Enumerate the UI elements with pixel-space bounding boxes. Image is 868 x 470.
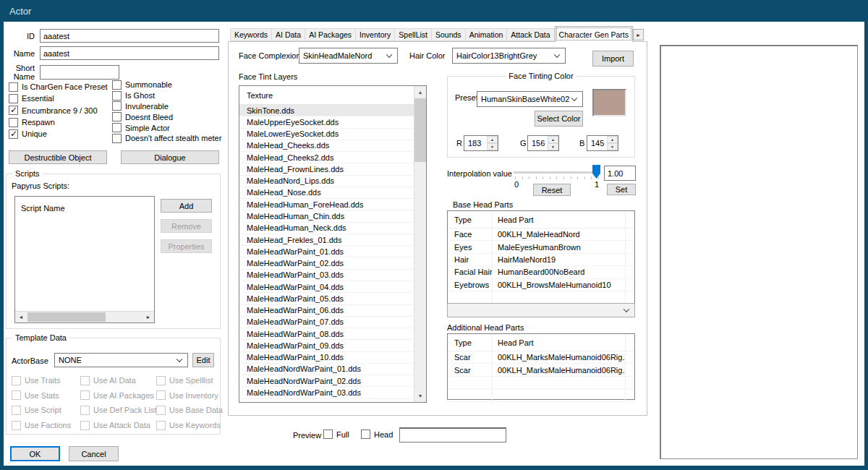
flag-checkbox[interactable]: Is CharGen Face Preset	[9, 81, 108, 93]
flag-checkbox[interactable]: Unique	[9, 128, 108, 140]
r-stepper[interactable]: ▲▼	[464, 135, 498, 151]
table-row[interactable]: Eyebrows 00KLH_BrowsMaleHumanoid10	[448, 279, 634, 291]
texture-row[interactable]: MaleHeadWarPaint_10.dds	[239, 352, 414, 364]
texture-row[interactable]: MaleHeadWarPaint_03.dds	[239, 270, 414, 281]
r-value-input[interactable]	[464, 136, 487, 150]
texture-row[interactable]: MaleHeadNordWarPaint_01.dds	[239, 364, 414, 375]
texture-row[interactable]: MaleHeadNordWarPaint_02.dds	[239, 375, 414, 387]
texture-row[interactable]: MaleHeadNord_Lips.dds	[239, 176, 414, 187]
tab[interactable]: Attack Data	[507, 28, 554, 41]
texture-row[interactable]: SkinTone.dds	[239, 105, 414, 116]
type-column-header[interactable]: Type	[448, 334, 493, 351]
spin-up-icon[interactable]: ▲	[607, 136, 618, 143]
spin-down-icon[interactable]: ▼	[607, 143, 618, 150]
face-complexion-select[interactable]: SkinHeadMaleNord	[299, 48, 398, 64]
head-part-select[interactable]	[447, 303, 635, 317]
flag-checkbox[interactable]: Respawn	[9, 116, 108, 128]
head-part-column-header[interactable]: Head Part	[493, 211, 626, 228]
b-stepper[interactable]: ▲▼	[587, 135, 618, 151]
scroll-left-icon[interactable]: ◄	[15, 312, 27, 322]
texture-row[interactable]: MaleHeadHuman_Neck.dds	[239, 223, 414, 234]
texture-row[interactable]: MaleHead_Frekles_01.dds	[239, 234, 414, 246]
texture-row[interactable]: MaleHeadNordWarPaint_03.dds	[239, 387, 414, 398]
texture-row[interactable]: MaleUpperEyeSocket.dds	[239, 116, 414, 128]
destructible-object-button[interactable]: Destructible Object	[9, 150, 107, 164]
g-stepper[interactable]: ▲▼	[527, 135, 559, 151]
table-row[interactable]: Hair HairMaleNord19	[448, 254, 634, 266]
papyrus-scripts-list[interactable]: Script Name ◄ ►	[14, 196, 155, 323]
texture-row[interactable]: MaleHead_Cheeks2.dds	[239, 152, 414, 163]
id-input[interactable]	[40, 29, 219, 43]
texture-row[interactable]: MaleHeadWarPaint_05.dds	[239, 293, 414, 304]
spin-down-icon[interactable]: ▼	[487, 143, 498, 150]
texture-row[interactable]: MaleHeadWarPaint_06.dds	[239, 305, 414, 317]
import-button[interactable]: Import	[592, 51, 634, 67]
tab[interactable]: Keywords	[230, 28, 272, 41]
table-row[interactable]	[448, 377, 634, 389]
scroll-up-icon[interactable]: ▲	[414, 86, 426, 98]
table-row[interactable]: Eyes MaleEyesHumanBrown	[448, 241, 634, 253]
table-row[interactable]	[448, 389, 634, 401]
interpolation-value-input[interactable]	[604, 166, 636, 181]
texture-row[interactable]: MaleHeadWarPaint_04.dds	[239, 281, 414, 293]
tab[interactable]: AI Data	[272, 28, 305, 41]
spinner-buttons[interactable]: ▲▼	[607, 136, 618, 150]
table-row[interactable]: Scar 00KLH_MarksMaleHumanoid06Rig...	[448, 364, 634, 376]
tab[interactable]: Inventory	[356, 28, 395, 41]
flag-checkbox[interactable]: Encumbrance 9 / 300	[9, 105, 108, 116]
tab[interactable]: AI Packages	[305, 28, 356, 41]
cancel-button[interactable]: Cancel	[69, 446, 119, 461]
texture-row[interactable]: MaleHeadWarPaint_02.dds	[239, 257, 414, 269]
tab[interactable]: Animation	[466, 28, 508, 41]
slider-track[interactable]	[514, 171, 600, 174]
table-row[interactable]: Scar 00KLH_MarksMaleHumanoid06Rig...	[448, 351, 634, 364]
spinner-buttons[interactable]: ▲▼	[487, 136, 498, 150]
reset-button[interactable]: Reset	[533, 184, 571, 196]
ok-button[interactable]: OK	[10, 446, 60, 461]
scroll-down-icon[interactable]: ▼	[414, 390, 426, 402]
head-part-column-header[interactable]: Head Part	[493, 334, 626, 351]
preview-text-input[interactable]	[399, 427, 506, 443]
flag-checkbox[interactable]: Doesn't affect stealth meter	[112, 133, 221, 144]
flag-checkbox[interactable]: Is Ghost	[112, 90, 221, 101]
vertical-scrollbar[interactable]: ▲ ▼	[414, 86, 426, 402]
scrollbar-thumb[interactable]	[27, 312, 106, 322]
flag-checkbox[interactable]: Invulnerable	[112, 101, 221, 112]
texture-row[interactable]: MaleHeadWarPaint_07.dds	[239, 317, 414, 328]
interpolation-slider[interactable]	[514, 165, 600, 182]
texture-row[interactable]: MaleHead_FrownLines.dds	[239, 163, 414, 175]
g-value-input[interactable]	[528, 136, 548, 150]
scrollbar-thumb[interactable]	[414, 98, 426, 162]
table-row[interactable]: Facial Hair HumanBeard00NoBeard	[448, 266, 634, 278]
horizontal-scrollbar[interactable]: ◄ ►	[15, 311, 154, 322]
texture-row[interactable]: MaleHeadWarPaint_09.dds	[239, 340, 414, 351]
flag-checkbox[interactable]: Essential	[9, 93, 108, 104]
title-bar[interactable]: Actor	[0, 0, 868, 22]
preview-head-checkbox[interactable]: Head	[361, 430, 393, 439]
texture-row[interactable]: MaleHead_Nose.dds	[239, 187, 414, 199]
flag-checkbox[interactable]: Simple Actor	[112, 122, 221, 133]
table-row[interactable]: Face 00KLH_MaleHeadNord	[448, 228, 634, 241]
texture-row[interactable]: MaleHead_Cheeks.dds	[239, 140, 414, 152]
tab[interactable]: Character Gen Parts	[555, 26, 633, 42]
scroll-right-icon[interactable]: ►	[142, 312, 154, 322]
tab-scroll-right-icon[interactable]: ►	[633, 29, 644, 40]
b-value-input[interactable]	[587, 136, 607, 150]
texture-row[interactable]: MaleHeadWarPaint_01.dds	[239, 246, 414, 257]
preview-full-checkbox[interactable]: Full	[323, 430, 349, 439]
render-preview-panel[interactable]	[660, 45, 858, 459]
script-name-column-header[interactable]: Script Name	[21, 204, 65, 213]
spinner-buttons[interactable]: ▲▼	[548, 136, 558, 150]
texture-row[interactable]: MaleLowerEyeSocket.dds	[239, 129, 414, 140]
actorbase-select[interactable]: NONE	[54, 353, 188, 367]
table-row[interactable]	[448, 291, 634, 304]
tab[interactable]: Sounds	[432, 28, 466, 41]
spin-down-icon[interactable]: ▼	[548, 143, 558, 150]
spin-up-icon[interactable]: ▲	[548, 136, 558, 143]
dialogue-button[interactable]: Dialogue	[121, 150, 219, 164]
preset-select[interactable]: HumanSkinBaseWhite02	[477, 91, 583, 107]
edit-actorbase-button[interactable]: Edit	[192, 353, 214, 367]
texture-row[interactable]: MaleHeadWarPaint_08.dds	[239, 328, 414, 340]
flag-checkbox[interactable]: Doesnt Bleed	[112, 111, 221, 122]
tab[interactable]: SpellList	[395, 28, 432, 41]
